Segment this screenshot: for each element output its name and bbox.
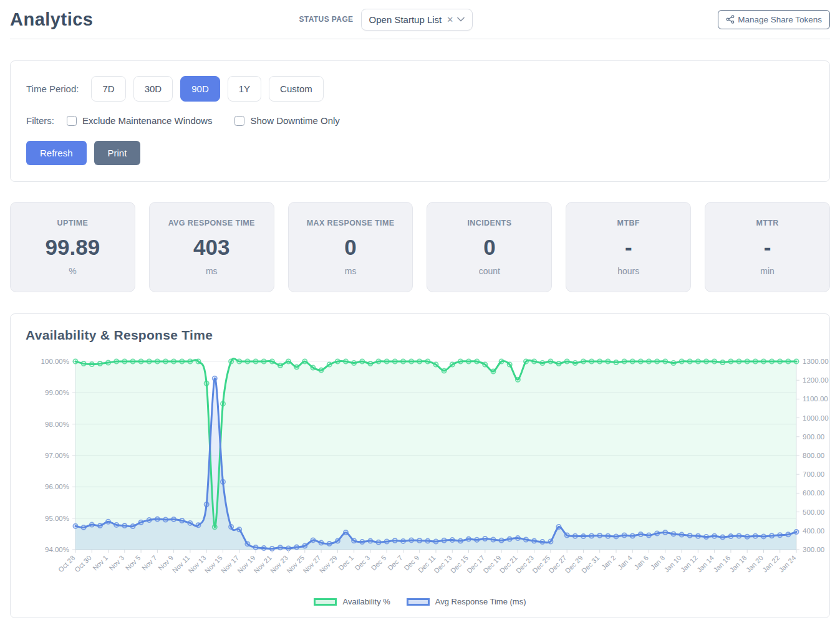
svg-text:99.00%: 99.00% (45, 389, 69, 396)
svg-text:Dec 7: Dec 7 (386, 554, 404, 572)
stat-label: MTBF (571, 219, 685, 227)
svg-text:Dec 1: Dec 1 (337, 554, 355, 572)
svg-text:Nov 21: Nov 21 (253, 554, 273, 575)
top-bar: Analytics STATUS PAGE Open Startup List … (10, 0, 830, 39)
stat-unit: ms (155, 266, 269, 276)
svg-text:Jan 22: Jan 22 (761, 554, 781, 574)
chart-card: Availability & Response Time 100.00%99.0… (10, 313, 830, 618)
stat-label: AVG RESPONSE TIME (155, 219, 269, 227)
svg-text:Jan 24: Jan 24 (778, 554, 798, 574)
svg-text:Jan 12: Jan 12 (679, 554, 699, 574)
status-page-select[interactable]: Open Startup List ✕ (361, 9, 473, 31)
chart-svg: 100.00%99.00%98.00%97.00%96.00%95.00%94.… (26, 353, 838, 596)
svg-text:Jan 16: Jan 16 (712, 554, 731, 574)
print-button[interactable]: Print (94, 141, 141, 165)
stat-label: UPTIME (16, 219, 130, 227)
svg-text:1000.00: 1000.00 (803, 414, 829, 422)
svg-text:Nov 13: Nov 13 (186, 554, 207, 575)
status-page-group: STATUS PAGE Open Startup List ✕ (299, 9, 473, 31)
svg-text:Jan 14: Jan 14 (695, 554, 715, 574)
period-button-30d[interactable]: 30D (133, 76, 173, 102)
svg-text:96.00%: 96.00% (45, 483, 69, 490)
svg-text:Dec 15: Dec 15 (449, 554, 470, 575)
svg-text:400.00: 400.00 (803, 527, 824, 535)
filter-checkbox-item-1: Show Downtime Only (234, 115, 339, 126)
svg-text:Nov 5: Nov 5 (124, 554, 142, 572)
page-title: Analytics (10, 9, 93, 30)
svg-text:Nov 27: Nov 27 (301, 554, 322, 575)
period-button-7d[interactable]: 7D (91, 76, 125, 102)
availability-response-chart: 100.00%99.00%98.00%97.00%96.00%95.00%94.… (26, 353, 814, 596)
svg-text:Nov 19: Nov 19 (236, 554, 256, 575)
chart-legend: Availability %Avg Response Time (ms) (26, 597, 814, 606)
legend-item-availability[interactable]: Availability % (314, 597, 390, 606)
svg-text:Jan 6: Jan 6 (632, 554, 650, 571)
clear-selection-icon[interactable]: ✕ (447, 15, 453, 24)
svg-text:97.00%: 97.00% (45, 452, 69, 459)
stat-label: MTTR (710, 219, 824, 227)
x-axis-labels: Oct 28Oct 30Nov 1Nov 3Nov 5Nov 7Nov 9Nov… (57, 550, 797, 575)
svg-text:94.00%: 94.00% (45, 546, 69, 553)
svg-text:Jan 20: Jan 20 (745, 554, 765, 574)
svg-text:Nov 7: Nov 7 (140, 554, 158, 572)
legend-swatch (407, 598, 430, 606)
filter-checkboxes: Exclude Maintenance WindowsShow Downtime… (67, 115, 362, 126)
stat-unit: min (710, 266, 824, 276)
time-period-buttons: 7D30D90D1YCustom (91, 76, 323, 102)
svg-text:600.00: 600.00 (803, 489, 824, 497)
svg-text:Nov 1: Nov 1 (91, 554, 109, 572)
svg-text:Dec 21: Dec 21 (498, 554, 519, 575)
svg-text:1200.00: 1200.00 (803, 376, 829, 384)
svg-text:Dec 23: Dec 23 (514, 554, 535, 575)
period-button-custom[interactable]: Custom (269, 76, 324, 102)
svg-text:Nov 23: Nov 23 (269, 554, 289, 575)
svg-text:700.00: 700.00 (803, 470, 824, 478)
chart-title: Availability & Response Time (26, 328, 814, 343)
svg-text:Jan 2: Jan 2 (600, 554, 617, 571)
stat-card-incidents: INCIDENTS0count (427, 202, 552, 292)
svg-text:Jan 10: Jan 10 (663, 554, 683, 574)
filter-checkbox-item-0: Exclude Maintenance Windows (67, 115, 212, 126)
stat-unit: hours (571, 266, 685, 276)
stats-row: UPTIME99.89%AVG RESPONSE TIME403msMAX RE… (10, 202, 830, 292)
svg-text:Dec 5: Dec 5 (370, 554, 388, 572)
analytics-page: Analytics STATUS PAGE Open Startup List … (0, 0, 840, 618)
stat-unit: count (432, 266, 546, 276)
svg-text:300.00: 300.00 (803, 546, 824, 553)
stat-card-avg-response-time: AVG RESPONSE TIME403ms (149, 202, 274, 292)
svg-text:Oct 28: Oct 28 (57, 554, 76, 573)
svg-text:1100.00: 1100.00 (803, 395, 828, 403)
svg-text:Dec 19: Dec 19 (481, 554, 502, 575)
svg-text:Dec 25: Dec 25 (531, 554, 551, 575)
svg-text:Nov 25: Nov 25 (285, 554, 306, 575)
filter-panel: Time Period: 7D30D90D1YCustom Filters: E… (10, 60, 830, 182)
actions-row: Refresh Print (26, 141, 814, 165)
legend-label: Availability % (342, 597, 390, 606)
manage-share-tokens-label: Manage Share Tokens (738, 15, 822, 24)
stat-label: INCIDENTS (432, 219, 546, 227)
header-divider (10, 39, 830, 39)
stat-unit: ms (294, 266, 408, 276)
svg-text:Nov 29: Nov 29 (318, 554, 339, 575)
checkbox-show-downtime-only[interactable] (234, 116, 244, 126)
svg-text:Dec 3: Dec 3 (354, 554, 372, 572)
right-axis-labels: 1300.001200.001100.001000.00900.00800.00… (796, 358, 829, 553)
period-button-90d[interactable]: 90D (180, 76, 220, 102)
svg-text:95.00%: 95.00% (45, 515, 69, 522)
svg-text:Dec 17: Dec 17 (465, 554, 486, 575)
checkbox-exclude-maintenance-windows[interactable] (67, 116, 77, 126)
legend-swatch (314, 598, 337, 606)
stat-value: 403 (155, 235, 269, 260)
period-button-1y[interactable]: 1Y (228, 76, 261, 102)
svg-text:98.00%: 98.00% (45, 421, 69, 428)
refresh-button[interactable]: Refresh (26, 141, 87, 165)
time-period-label: Time Period: (26, 83, 79, 94)
svg-text:Nov 15: Nov 15 (203, 554, 224, 575)
stat-card-mttr: MTTR-min (705, 202, 830, 292)
svg-text:Dec 29: Dec 29 (564, 554, 584, 575)
manage-share-tokens-button[interactable]: Manage Share Tokens (718, 10, 830, 29)
legend-item-response-time[interactable]: Avg Response Time (ms) (407, 597, 526, 606)
filters-row: Filters: Exclude Maintenance WindowsShow… (26, 115, 814, 126)
svg-text:Jan 4: Jan 4 (616, 554, 634, 571)
svg-text:Dec 13: Dec 13 (433, 554, 453, 575)
